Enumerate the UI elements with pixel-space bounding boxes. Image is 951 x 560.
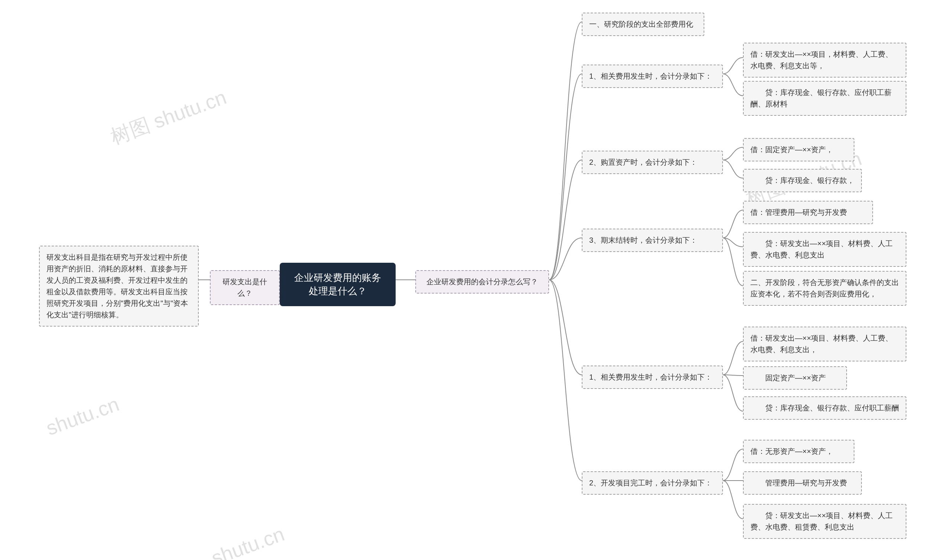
root-node[interactable]: 企业研发费用的账务处理是什么？ [280, 263, 396, 306]
s1-item2-line2[interactable]: 贷：库存现金、银行存款， [743, 169, 862, 192]
s1-item3-line1[interactable]: 借：管理费用—研究与开发费 [743, 201, 873, 224]
s1-item1-line2[interactable]: 贷：库存现金、银行存款、应付职工薪酬、原材料 [743, 81, 906, 116]
s1-item3-line2[interactable]: 贷：研发支出—××项目、材料费、人工费、水电费、利息支出 [743, 232, 906, 267]
s2-item1-label[interactable]: 1、相关费用发生时，会计分录如下： [582, 366, 723, 389]
s1-item1-label[interactable]: 1、相关费用发生时，会计分录如下： [582, 65, 723, 88]
right-branch[interactable]: 企业研发费用的会计分录怎么写？ [415, 270, 549, 294]
s2-item1-line3[interactable]: 贷：库存现金、银行存款、应付职工薪酬 [743, 396, 906, 420]
s2-item2-line1[interactable]: 借：无形资产—××资产， [743, 440, 854, 463]
watermark: 树图 shutu.cn [107, 84, 230, 151]
s1-item2-line1[interactable]: 借：固定资产—××资产， [743, 138, 854, 162]
left-leaf[interactable]: 研发支出科目是指在研究与开发过程中所使用资产的折旧、消耗的原材料、直接参与开发人… [39, 246, 199, 326]
s1-item3-line3[interactable]: 二、开发阶段，符合无形资产确认条件的支出应资本化，若不符合则否则应费用化， [743, 271, 906, 306]
s1-item3-label[interactable]: 3、期末结转时，会计分录如下： [582, 229, 723, 252]
section1-title[interactable]: 一、研究阶段的支出全部费用化 [582, 12, 704, 36]
s2-item2-line2[interactable]: 管理费用—研究与开发费 [743, 471, 862, 495]
watermark: shutu.cn [208, 522, 287, 560]
s2-item1-line1[interactable]: 借：研发支出—××项目、材料费、人工费、水电费、利息支出， [743, 326, 906, 362]
left-branch[interactable]: 研发支出是什么？ [210, 270, 280, 305]
s1-item2-label[interactable]: 2、购置资产时，会计分录如下： [582, 151, 723, 174]
watermark: shutu.cn [43, 392, 122, 440]
s1-item1-line1[interactable]: 借：研发支出—××项目，材料费、人工费、水电费、利息支出等， [743, 43, 906, 78]
s2-item1-line2[interactable]: 固定资产—××资产 [743, 366, 847, 390]
s2-item2-label[interactable]: 2、开发项目完工时，会计分录如下： [582, 471, 723, 495]
s2-item2-line3[interactable]: 贷：研发支出—××项目、材料费、人工费、水电费、租赁费、利息支出 [743, 504, 906, 539]
